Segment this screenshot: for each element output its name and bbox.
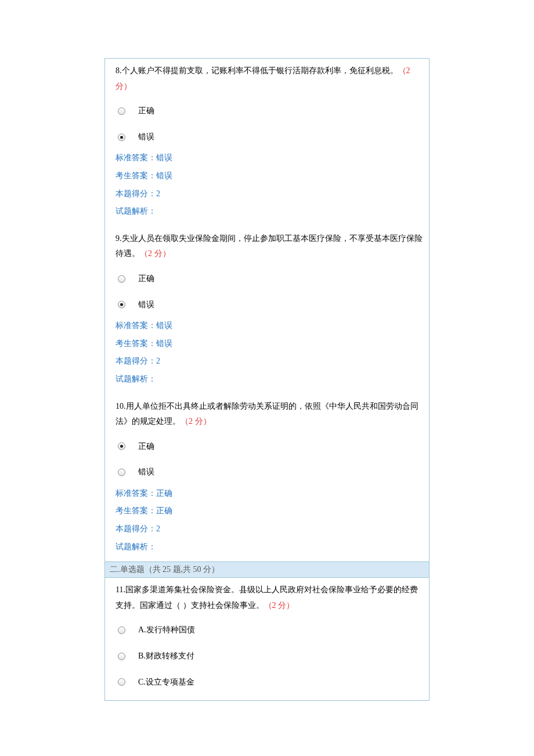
question-score: 本题得分：2 <box>116 186 423 202</box>
label: 本题得分： <box>116 189 156 198</box>
label: 试题解析： <box>116 375 156 383</box>
radio-icon <box>118 275 125 283</box>
question-text: 10.用人单位拒不出具终止或者解除劳动关系证明的，依照《中华人民共和国劳动合同法… <box>116 399 423 430</box>
label: 试题解析： <box>116 542 156 551</box>
value: 错误 <box>156 339 172 348</box>
analysis: 试题解析： <box>116 539 423 555</box>
question-number: 8. <box>116 66 122 75</box>
exam-container: 8.个人账户不得提前支取，记账利率不得低于银行活期存款利率，免征利息税。（2 分… <box>104 58 430 701</box>
label: 试题解析： <box>116 207 156 215</box>
radio-icon <box>118 107 125 115</box>
option-a[interactable]: A.发行特种国债 <box>118 618 423 638</box>
section-header-single-choice: 二.单选题（共 25 题,共 50 分） <box>105 561 429 578</box>
label: 考生答案： <box>116 506 156 515</box>
analysis: 试题解析： <box>116 204 423 219</box>
radio-icon-selected <box>118 301 125 308</box>
option-label: 错误 <box>138 125 154 145</box>
option-label: 正确 <box>138 267 154 287</box>
question-points: （2 分） <box>140 249 171 258</box>
user-answer: 考生答案：错误 <box>116 168 423 184</box>
option-label: 正确 <box>138 434 154 455</box>
question-9: 9.失业人员在领取失业保险金期间，停止参加职工基本医疗保险，不享受基本医疗保险待… <box>105 226 429 394</box>
option-false[interactable]: 错误 <box>118 125 423 145</box>
option-false[interactable]: 错误 <box>118 460 423 480</box>
option-true[interactable]: 正确 <box>118 434 423 455</box>
label: 考生答案： <box>116 171 156 180</box>
question-number: 11. <box>116 585 125 594</box>
question-11: 11.国家多渠道筹集社会保险资金。县级以上人民政府对社会保险事业给予必要的经费支… <box>105 578 429 700</box>
radio-icon <box>118 469 125 476</box>
radio-dot-icon <box>120 445 123 448</box>
value: 错误 <box>156 321 172 330</box>
label: 本题得分： <box>116 524 156 533</box>
option-label: 错误 <box>138 460 154 480</box>
question-score: 本题得分：2 <box>116 354 423 369</box>
analysis: 试题解析： <box>116 372 423 387</box>
question-text: 9.失业人员在领取失业保险金期间，停止参加职工基本医疗保险，不享受基本医疗保险待… <box>116 231 423 262</box>
option-label: 错误 <box>138 293 154 313</box>
standard-answer: 标准答案：错误 <box>116 318 423 334</box>
question-points: （2 分） <box>181 417 211 426</box>
option-label: C.设立专项基金 <box>138 670 194 690</box>
question-number: 9. <box>116 234 122 243</box>
question-text: 8.个人账户不得提前支取，记账利率不得低于银行活期存款利率，免征利息税。（2 分… <box>116 63 423 94</box>
option-c[interactable]: C.设立专项基金 <box>118 670 423 690</box>
value: 正确 <box>156 489 172 498</box>
option-false[interactable]: 错误 <box>118 293 423 313</box>
user-answer: 考生答案：正确 <box>116 503 423 519</box>
question-body: 个人账户不得提前支取，记账利率不得低于银行活期存款利率，免征利息税。 <box>122 66 398 75</box>
radio-icon <box>118 678 125 686</box>
value: 错误 <box>156 171 172 180</box>
label: 标准答案： <box>116 489 156 498</box>
radio-icon-selected <box>118 134 125 141</box>
option-label: 正确 <box>138 99 154 119</box>
user-answer: 考生答案：错误 <box>116 336 423 352</box>
option-label: B.财政转移支付 <box>138 644 194 664</box>
standard-answer: 标准答案：正确 <box>116 486 423 502</box>
label: 考生答案： <box>116 339 156 348</box>
question-body: 用人单位拒不出具终止或者解除劳动关系证明的，依照《中华人民共和国劳动合同法》的规… <box>116 402 418 426</box>
question-score: 本题得分：2 <box>116 521 423 537</box>
value: 正确 <box>156 506 172 515</box>
option-true[interactable]: 正确 <box>118 267 423 287</box>
radio-dot-icon <box>120 303 123 306</box>
label: 本题得分： <box>116 357 156 365</box>
radio-dot-icon <box>120 136 123 139</box>
question-10: 10.用人单位拒不出具终止或者解除劳动关系证明的，依照《中华人民共和国劳动合同法… <box>105 394 429 562</box>
radio-icon <box>118 627 125 634</box>
option-true[interactable]: 正确 <box>118 99 423 119</box>
question-8: 8.个人账户不得提前支取，记账利率不得低于银行活期存款利率，免征利息税。（2 分… <box>105 59 429 226</box>
label: 标准答案： <box>116 321 156 330</box>
value: 2 <box>156 189 160 198</box>
value: 2 <box>156 357 160 365</box>
question-points: （2 分） <box>264 601 295 610</box>
radio-icon <box>118 653 125 660</box>
label: 标准答案： <box>116 153 156 162</box>
question-number: 10. <box>116 402 126 411</box>
value: 2 <box>156 524 160 533</box>
value: 错误 <box>156 153 172 162</box>
question-text: 11.国家多渠道筹集社会保险资金。县级以上人民政府对社会保险事业给予必要的经费支… <box>116 582 423 613</box>
standard-answer: 标准答案：错误 <box>116 150 423 166</box>
option-b[interactable]: B.财政转移支付 <box>118 644 423 664</box>
radio-icon-selected <box>118 442 125 450</box>
option-label: A.发行特种国债 <box>138 618 195 638</box>
